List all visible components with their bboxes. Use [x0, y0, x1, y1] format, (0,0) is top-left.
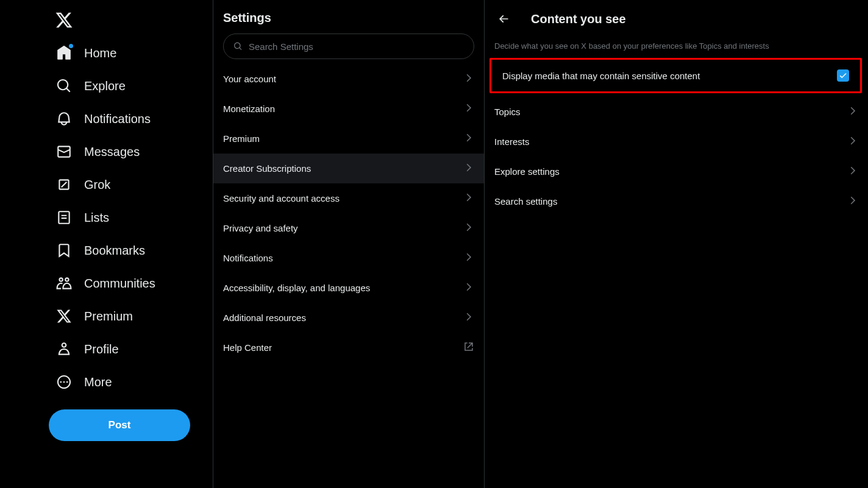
settings-item-privacy-and-safety[interactable]: Privacy and safety: [213, 213, 484, 243]
x-logo[interactable]: [49, 5, 79, 35]
search-icon: [233, 41, 243, 51]
bell-icon: [56, 111, 72, 127]
sensitive-content-toggle-row[interactable]: Display media that may contain sensitive…: [493, 61, 859, 90]
nav-profile[interactable]: Profile: [49, 334, 213, 364]
settings-item-additional-resources[interactable]: Additional resources: [213, 303, 484, 333]
settings-item-monetization[interactable]: Monetization: [213, 94, 484, 124]
settings-item-premium[interactable]: Premium: [213, 124, 484, 154]
nav-messages[interactable]: Messages: [49, 136, 213, 167]
settings-item-label: Privacy and safety: [223, 223, 298, 233]
settings-item-label: Help Center: [223, 342, 272, 353]
detail-item-label: Topics: [494, 107, 521, 117]
settings-item-help-center[interactable]: Help Center: [213, 333, 484, 362]
back-button[interactable]: [493, 9, 514, 29]
nav-label: Notifications: [84, 112, 151, 126]
settings-item-label: Premium: [223, 133, 260, 144]
settings-column: Settings Your accountMonetizationPremium…: [213, 0, 485, 488]
chevron-right-icon: [463, 252, 474, 264]
settings-title: Settings: [213, 5, 484, 34]
nav-premium[interactable]: Premium: [49, 301, 213, 331]
chevron-right-icon: [847, 135, 858, 148]
detail-item-search-settings[interactable]: Search settings: [485, 186, 868, 216]
grok-icon: [56, 177, 72, 193]
search-icon: [56, 78, 72, 94]
check-icon: [839, 71, 847, 80]
chevron-right-icon: [463, 192, 474, 205]
settings-item-label: Monetization: [223, 104, 275, 114]
settings-item-security-and-account-access[interactable]: Security and account access: [213, 183, 484, 213]
nav-communities[interactable]: Communities: [49, 268, 213, 299]
nav-lists[interactable]: Lists: [49, 202, 213, 233]
chevron-right-icon: [847, 165, 858, 178]
detail-title: Content you see: [531, 12, 626, 26]
chevron-right-icon: [463, 281, 474, 294]
detail-item-interests[interactable]: Interests: [485, 127, 868, 157]
settings-item-label: Accessibility, display, and languages: [223, 283, 370, 293]
settings-item-label: Your account: [223, 74, 276, 84]
nav-label: Home: [84, 46, 116, 60]
nav-label: Profile: [84, 342, 119, 356]
detail-item-topics[interactable]: Topics: [485, 97, 868, 127]
detail-item-label: Explore settings: [494, 166, 560, 177]
chevron-right-icon: [847, 195, 858, 208]
detail-subtitle: Decide what you see on X based on your p…: [485, 35, 868, 58]
highlight-annotation: Display media that may contain sensitive…: [489, 58, 862, 93]
settings-item-notifications[interactable]: Notifications: [213, 243, 484, 273]
lists-icon: [56, 210, 72, 225]
settings-item-label: Additional resources: [223, 313, 306, 323]
settings-item-label: Notifications: [223, 253, 273, 263]
nav-label: Lists: [84, 211, 109, 225]
settings-item-label: Security and account access: [223, 193, 340, 203]
nav-label: Explore: [84, 79, 126, 93]
nav-label: Communities: [84, 277, 155, 291]
chevron-right-icon: [463, 132, 474, 145]
notification-dot: [69, 44, 73, 48]
arrow-left-icon: [497, 13, 510, 25]
settings-item-label: Creator Subscriptions: [223, 163, 311, 174]
home-icon: [56, 45, 72, 61]
nav-home[interactable]: Home: [49, 38, 213, 68]
chevron-right-icon: [463, 102, 474, 115]
nav-bookmarks[interactable]: Bookmarks: [49, 235, 213, 266]
chevron-right-icon: [847, 105, 858, 118]
detail-item-label: Search settings: [494, 196, 557, 207]
detail-column: Content you see Decide what you see on X…: [485, 0, 868, 488]
nav-label: Premium: [84, 309, 133, 324]
nav-notifications[interactable]: Notifications: [49, 104, 213, 134]
nav-more[interactable]: More: [49, 367, 213, 397]
nav-label: Grok: [84, 178, 110, 192]
settings-item-your-account[interactable]: Your account: [213, 64, 484, 94]
more-icon: [56, 374, 72, 390]
nav-grok[interactable]: Grok: [49, 169, 213, 200]
chevron-right-icon: [463, 311, 474, 324]
detail-item-label: Interests: [494, 136, 530, 147]
search-input[interactable]: [249, 41, 464, 52]
settings-search[interactable]: [223, 34, 474, 59]
profile-icon: [56, 341, 72, 357]
settings-item-creator-subscriptions[interactable]: Creator Subscriptions: [213, 154, 484, 183]
nav-label: Bookmarks: [84, 244, 145, 258]
left-navigation: Home Explore Notifications Messages Grok: [0, 0, 213, 488]
detail-item-explore-settings[interactable]: Explore settings: [485, 157, 868, 186]
premium-icon: [56, 308, 72, 324]
sensitive-content-label: Display media that may contain sensitive…: [502, 71, 700, 81]
chevron-right-icon: [463, 162, 474, 175]
communities-icon: [56, 275, 72, 291]
bookmark-icon: [56, 242, 72, 258]
post-button[interactable]: Post: [49, 409, 190, 441]
envelope-icon: [56, 144, 72, 160]
nav-label: Messages: [84, 145, 140, 159]
chevron-right-icon: [463, 222, 474, 235]
nav-label: More: [84, 375, 112, 389]
settings-item-accessibility-display-and-languages[interactable]: Accessibility, display, and languages: [213, 273, 484, 303]
chevron-right-icon: [463, 72, 474, 85]
nav-explore[interactable]: Explore: [49, 71, 213, 101]
sensitive-content-checkbox[interactable]: [837, 69, 849, 82]
external-link-icon: [463, 341, 474, 354]
